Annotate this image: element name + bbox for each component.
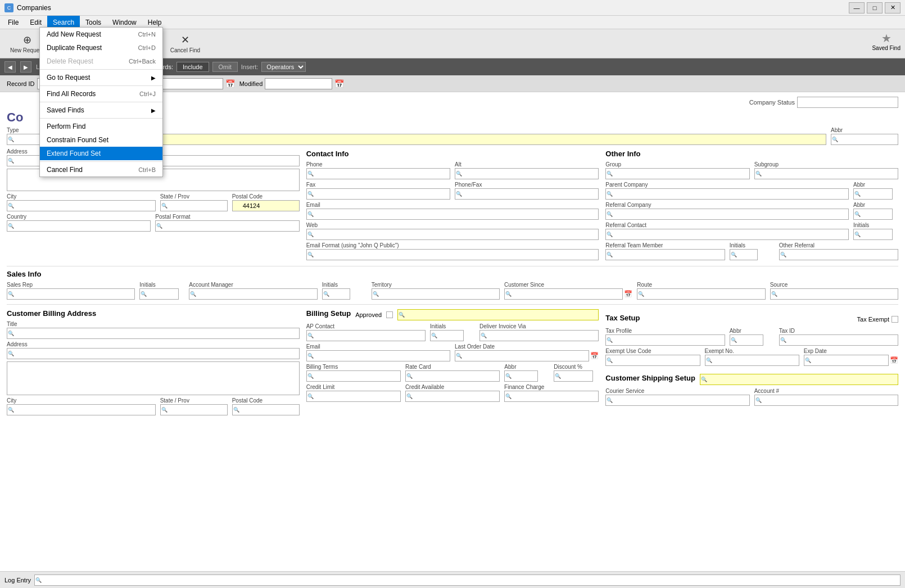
contact-info-header: Contact Info [306,150,599,158]
nav-next-button[interactable]: ▶ [20,61,31,73]
alt-input[interactable] [455,168,599,179]
bill-city-input[interactable] [7,404,156,415]
billing-terms-input[interactable] [306,370,401,382]
customer-since-group: Customer Since 🔍 📅 [504,282,632,300]
other-referral-group: Other Referral 🔍 [779,242,898,260]
ref-abbr-label: Abbr [853,202,898,208]
exp-date-cal-icon[interactable]: 📅 [890,356,898,364]
courier-service-input[interactable] [605,395,749,406]
referral-company-input[interactable] [605,209,849,220]
account-manager-input[interactable] [189,288,317,300]
menu-file[interactable]: File [2,16,24,29]
route-input[interactable] [637,288,765,300]
shipping-setup-header: Customer Shipping Setup [605,374,695,382]
bill-city-label: City [7,397,156,404]
subgroup-label: Subgroup [754,161,898,168]
operators-select[interactable]: Operators [261,62,306,72]
referral-contact-input[interactable] [605,229,849,240]
deliver-invoice-input[interactable] [479,330,599,341]
close-button[interactable]: ✕ [885,2,901,13]
bill-city-group: City 🔍 [7,397,156,415]
minimize-button[interactable]: — [849,2,865,13]
credit-limit-input[interactable] [306,391,401,402]
include-button[interactable]: Include [177,62,209,72]
nav-prev-button[interactable]: ◀ [4,61,16,73]
approved-checkbox[interactable] [386,311,393,318]
city-input[interactable] [7,200,156,211]
menu-extend-found-set[interactable]: Extend Found Set [40,147,162,160]
ap-contact-input[interactable] [306,330,426,341]
menu-perform-find[interactable]: Perform Find [40,120,162,133]
ref-team-member-input[interactable] [605,249,725,260]
courier-row: Courier Service 🔍 Account # 🔍 [605,388,898,406]
phonefax-input[interactable] [455,188,599,200]
credit-available-input[interactable] [405,391,500,402]
sales-rep-input[interactable] [7,288,135,300]
rate-card-input[interactable] [405,370,500,382]
credit-available-label: Credit Available [405,384,500,390]
fax-phonefax-row: Fax 🔍 Phone/Fax 🔍 [306,182,599,200]
saved-find-button[interactable]: ★ Saved Find [872,31,901,51]
menu-cancel-find[interactable]: Cancel Find Ctrl+B [40,163,162,177]
company-status-input[interactable] [797,97,898,108]
last-order-cal-icon[interactable]: 📅 [590,352,599,360]
menu-duplicate-request[interactable]: Duplicate Request Ctrl+D [40,41,162,55]
abbr-input[interactable] [831,134,898,145]
subgroup-input[interactable] [754,168,898,179]
account-num-input[interactable] [754,395,898,406]
cancel-find-button[interactable]: ✕ Cancel Find [165,31,206,56]
sales-rep-group: Sales Rep 🔍 [7,282,135,300]
last-order-date-input[interactable] [455,350,589,361]
bill-address-multiline[interactable] [7,361,300,395]
finance-charge-input[interactable] [504,391,599,402]
fax-input[interactable] [306,188,450,200]
tax-profile-input[interactable] [605,334,725,346]
phonefax-group: Phone/Fax 🔍 [455,182,599,200]
exempt-no-input[interactable] [705,355,799,366]
web-input[interactable] [306,229,599,240]
email-input[interactable] [306,209,599,220]
country-input[interactable] [7,220,151,232]
tax-exempt-checkbox[interactable] [892,316,898,323]
customer-since-input[interactable] [504,288,623,300]
bill-postal-label: Postal Code [232,397,300,404]
omit-button[interactable]: Omit [212,62,238,72]
state-input[interactable] [160,200,228,211]
created-input[interactable] [156,78,223,89]
territory-input[interactable] [372,288,500,300]
shipping-notes-input[interactable] [700,374,898,385]
country-label: Country [7,214,151,220]
modified-input[interactable] [265,78,332,89]
billing-email-input[interactable] [306,350,450,361]
parent-company-input[interactable] [605,188,849,200]
menu-find-all-records[interactable]: Find All Records Ctrl+J [40,87,162,101]
customer-since-cal-icon[interactable]: 📅 [624,290,632,298]
billing-notes-input[interactable] [397,309,599,320]
menu-add-new-request[interactable]: Add New Request Ctrl+N [40,28,162,41]
phone-label: Phone [306,161,450,168]
postal-input[interactable] [232,200,300,211]
menu-constrain-found-set[interactable]: Constrain Found Set [40,133,162,147]
tax-id-input[interactable] [779,334,898,346]
group-input[interactable] [605,168,749,179]
email-format-input[interactable] [306,249,599,260]
abbr-label: Abbr [831,127,898,133]
source-input[interactable] [770,288,898,300]
bill-state-input[interactable] [160,404,228,415]
bill-address-input[interactable] [7,348,300,359]
menu-saved-finds[interactable]: Saved Finds ▶ [40,103,162,117]
shipping-setup-section: Customer Shipping Setup 🔍 Courier Servic… [605,373,898,406]
postal-format-input[interactable] [155,220,299,232]
modified-calendar-icon[interactable]: 📅 [334,79,344,88]
created-calendar-icon[interactable]: 📅 [225,79,235,88]
exp-date-input[interactable] [804,355,889,366]
phone-input[interactable] [306,168,450,179]
log-entry-input[interactable] [34,575,901,585]
bill-title-input[interactable] [7,328,300,339]
other-referral-input[interactable] [779,249,898,260]
company-name-input[interactable] [56,134,826,145]
exempt-use-code-input[interactable] [605,355,700,366]
menu-go-to-request[interactable]: Go to Request ▶ [40,71,162,84]
bill-postal-input[interactable] [232,404,300,415]
maximize-button[interactable]: □ [867,2,883,13]
